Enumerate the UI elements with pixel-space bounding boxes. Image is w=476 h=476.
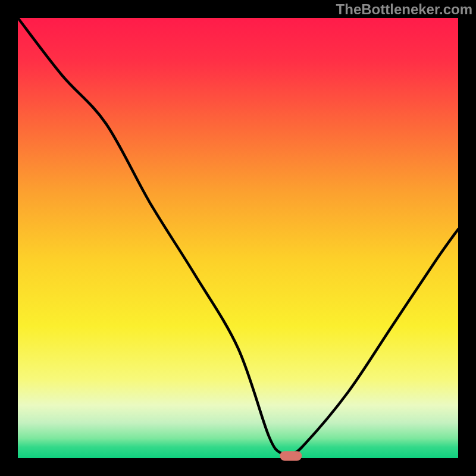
plot-area — [18, 18, 458, 458]
bottleneck-chart — [0, 0, 476, 476]
watermark-text: TheBottleneker.com — [336, 1, 472, 18]
optimal-marker — [280, 451, 302, 461]
